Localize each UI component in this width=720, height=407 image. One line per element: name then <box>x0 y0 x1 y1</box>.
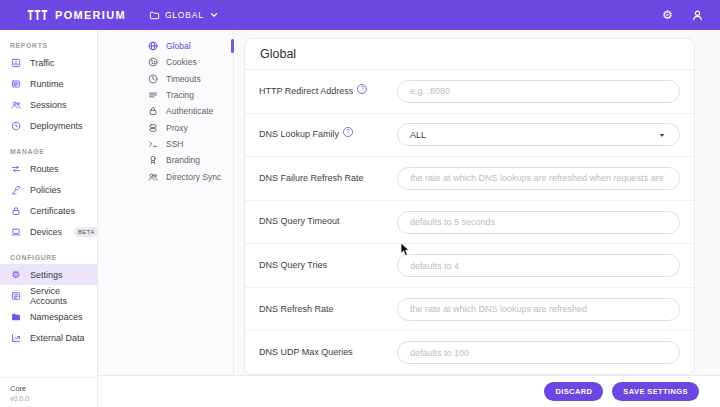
sidebar-section-manage: MANAGE Routes Policies Certificates Devi… <box>0 148 97 242</box>
sidebar-item-label: Sessions <box>30 100 67 110</box>
subnav-item-global[interactable]: Global <box>98 38 233 54</box>
account-icon[interactable] <box>691 9 704 22</box>
brand-name: POMERIUM <box>55 9 126 21</box>
sidebar-item-label: Settings <box>30 270 63 280</box>
discard-button[interactable]: DISCARD <box>544 382 603 401</box>
save-settings-button[interactable]: SAVE SETTINGS <box>612 382 699 401</box>
sidebar-item-label: Runtime <box>30 79 64 89</box>
dropdown-arrow-icon <box>657 130 667 140</box>
server-stack-icon <box>148 123 158 133</box>
field-label: DNS Query Timeout <box>259 216 397 227</box>
subnav-item-directory-sync[interactable]: Directory Sync <box>98 168 233 184</box>
routes-icon <box>11 164 21 174</box>
section-title: MANAGE <box>0 148 97 155</box>
sidebar-item-label: Devices <box>30 227 62 237</box>
subnav-item-label: Timeouts <box>166 74 201 84</box>
help-icon[interactable]: ? <box>357 84 367 94</box>
field-label: DNS UDP Max Queries <box>259 347 397 358</box>
namespace-label: GLOBAL <box>165 10 204 20</box>
sidebar-item-deployments[interactable]: Deployments <box>0 115 97 136</box>
namespace-selector[interactable]: GLOBAL <box>149 10 219 21</box>
sidebar-item-label: Deployments <box>30 121 83 131</box>
lock-icon <box>148 106 158 116</box>
settings-subnav: Global Cookies Timeouts Tracing Authenti… <box>98 30 234 375</box>
globe-icon <box>148 41 158 51</box>
cookie-icon <box>148 57 158 67</box>
gear-icon: ⚙ <box>11 270 21 280</box>
dns-udp-max-queries-input[interactable] <box>397 341 680 364</box>
dns-failure-refresh-rate-input[interactable] <box>397 167 680 190</box>
gear-icon[interactable]: ⚙ <box>661 9 674 22</box>
sidebar-item-routes[interactable]: Routes <box>0 158 97 179</box>
sidebar-item-label: Traffic <box>30 58 55 68</box>
form-row-dns-refresh-rate: DNS Refresh Rate <box>245 288 694 332</box>
folder-icon <box>11 312 21 322</box>
dns-query-timeout-input[interactable] <box>397 211 680 234</box>
field-label: DNS Refresh Rate <box>259 304 397 315</box>
sidebar-item-label: Service Accounts <box>30 286 97 306</box>
sidebar-item-policies[interactable]: Policies <box>0 179 97 200</box>
sidebar-item-settings[interactable]: ⚙ Settings <box>0 264 97 285</box>
settings-form: HTTP Redirect Address ? DNS Lookup Famil… <box>245 70 694 374</box>
subnav-item-cookies[interactable]: Cookies <box>98 54 233 70</box>
gavel-icon <box>11 185 21 195</box>
sidebar-item-service-accounts[interactable]: Service Accounts <box>0 285 97 306</box>
laptop-icon <box>11 227 21 237</box>
subnav-item-label: Cookies <box>166 57 197 67</box>
brand: POMERIUM <box>0 8 126 22</box>
lock-icon <box>11 206 21 216</box>
subnav-item-ssh[interactable]: SSH <box>98 136 233 152</box>
sidebar-section-reports: REPORTS Traffic Runtime Sessions Deploym… <box>0 42 97 136</box>
people-icon <box>148 172 158 182</box>
sidebar-item-devices[interactable]: Devices BETA <box>0 221 97 242</box>
folder-icon <box>149 10 160 21</box>
subnav-item-timeouts[interactable]: Timeouts <box>98 71 233 87</box>
subnav-item-label: Directory Sync <box>166 172 221 182</box>
subnav-item-branding[interactable]: Branding <box>98 152 233 168</box>
pomerium-logo-icon <box>27 8 48 22</box>
dns-lookup-family-select[interactable]: ALL <box>397 123 680 146</box>
subnav-item-label: Proxy <box>166 123 188 133</box>
deployments-icon <box>11 121 21 131</box>
list-icon <box>11 291 21 301</box>
dns-refresh-rate-input[interactable] <box>397 298 680 321</box>
top-bar: POMERIUM GLOBAL ⚙ <box>0 0 720 30</box>
subnav-item-authenticate[interactable]: Authenticate <box>98 103 233 119</box>
top-bar-actions: ⚙ <box>661 9 720 22</box>
beta-badge: BETA <box>74 227 98 237</box>
form-row-dns-udp-max-queries: DNS UDP Max Queries <box>245 331 694 374</box>
chevron-down-icon <box>209 10 219 20</box>
subnav-item-label: Tracing <box>166 90 194 100</box>
global-settings-card: Global HTTP Redirect Address ? DNS Looku… <box>244 38 695 375</box>
sidebar-item-sessions[interactable]: Sessions <box>0 94 97 115</box>
sidebar-item-namespaces[interactable]: Namespaces <box>0 306 97 327</box>
subnav-item-tracing[interactable]: Tracing <box>98 87 233 103</box>
subnav-item-label: Authenticate <box>166 106 213 116</box>
sidebar-item-label: Namespaces <box>30 312 83 322</box>
sidebar-item-label: Policies <box>30 185 61 195</box>
main-content: Global HTTP Redirect Address ? DNS Looku… <box>234 30 720 375</box>
sidebar-item-certificates[interactable]: Certificates <box>0 200 97 221</box>
runtime-icon <box>11 79 21 89</box>
sidebar-item-traffic[interactable]: Traffic <box>0 52 97 73</box>
traffic-icon <box>11 58 21 68</box>
page-title: Global <box>260 47 296 61</box>
sidebar-item-runtime[interactable]: Runtime <box>0 73 97 94</box>
http-redirect-address-input[interactable] <box>397 80 680 103</box>
sidebar-section-configure: CONFIGURE ⚙ Settings Service Accounts Na… <box>0 254 97 348</box>
sidebar-footer: Core v0.0.0 <box>0 377 97 407</box>
dns-query-tries-input[interactable] <box>397 254 680 277</box>
sidebar-item-label: Routes <box>30 164 59 174</box>
section-title: CONFIGURE <box>0 254 97 261</box>
subnav-item-proxy[interactable]: Proxy <box>98 119 233 135</box>
selected-value: ALL <box>410 130 426 140</box>
field-label: DNS Lookup Family ? <box>259 129 397 140</box>
help-icon[interactable]: ? <box>343 127 353 137</box>
sidebar-item-external-data[interactable]: External Data <box>0 327 97 348</box>
form-row-http-redirect-address: HTTP Redirect Address ? <box>245 70 694 114</box>
sidebar: REPORTS Traffic Runtime Sessions Deploym… <box>0 30 98 407</box>
ribbon-icon <box>148 155 158 165</box>
action-bar: DISCARD SAVE SETTINGS <box>98 375 720 407</box>
sidebar-item-label: External Data <box>30 333 85 343</box>
subnav-item-label: SSH <box>166 139 183 149</box>
